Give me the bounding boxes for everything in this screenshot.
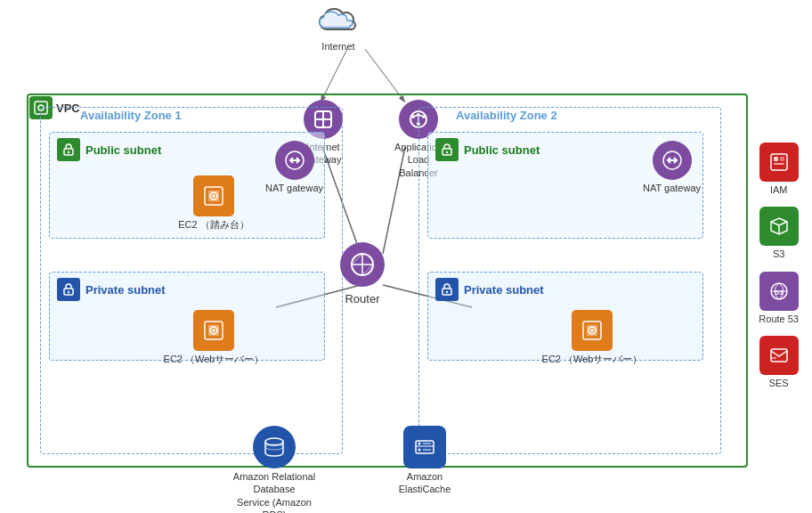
priv-subnet-az2-label: Private subnet bbox=[464, 283, 544, 297]
svg-point-48 bbox=[418, 449, 421, 452]
route53-sidebar-item: 53 Route 53 bbox=[759, 272, 799, 325]
rds-icon: Amazon Relational DatabaseService (Amazo… bbox=[230, 426, 319, 513]
nat-symbol-2 bbox=[661, 149, 684, 172]
lock-symbol-4 bbox=[440, 282, 454, 297]
rds-symbol bbox=[261, 434, 288, 460]
lock-blue-icon-az2 bbox=[435, 278, 459, 301]
ec2-web-label-az2: EC2 （Webサーバー） bbox=[542, 353, 643, 365]
s3-symbol bbox=[767, 215, 791, 238]
lock-green-icon-az1 bbox=[57, 138, 80, 161]
nat-gw-az2: NAT gateway bbox=[643, 141, 701, 194]
nat-gw-az1-icon bbox=[275, 141, 314, 180]
sidebar-icons: IAM S3 53 Route 53 bbox=[759, 142, 799, 389]
ses-icon bbox=[759, 336, 799, 375]
priv-subnet-az1-header: Private subnet bbox=[50, 273, 324, 306]
ec2-web-symbol-az2 bbox=[580, 318, 605, 343]
ec2-web-az2: EC2 （Webサーバー） bbox=[455, 310, 729, 365]
ec2-web-label-az1: EC2 （Webサーバー） bbox=[164, 353, 264, 365]
elasticache-symbol bbox=[411, 434, 438, 460]
svg-rect-51 bbox=[771, 154, 787, 170]
nat-gw-az2-label: NAT gateway bbox=[643, 182, 701, 194]
svg-rect-59 bbox=[771, 349, 787, 362]
iam-symbol bbox=[767, 151, 791, 174]
ec2-web-icon-az1 bbox=[193, 310, 234, 351]
router-symbol bbox=[348, 250, 377, 279]
ec2-web-icon-az2 bbox=[572, 310, 613, 351]
internet-label: Internet bbox=[321, 40, 354, 53]
pub-subnet-az1-label: Public subnet bbox=[85, 143, 161, 157]
az2-label: Availability Zone 2 bbox=[456, 109, 557, 122]
ec2-symbol bbox=[201, 183, 226, 208]
lock-symbol bbox=[61, 142, 76, 157]
elasticache-label: Amazon ElastiCache bbox=[385, 470, 465, 496]
elasticache-icon: Amazon ElastiCache bbox=[385, 426, 465, 496]
svg-point-19 bbox=[68, 151, 69, 153]
router-icon: Router bbox=[340, 242, 385, 307]
router-icon-shape bbox=[340, 242, 385, 287]
svg-point-26 bbox=[68, 291, 69, 293]
lock-symbol-3 bbox=[440, 142, 454, 157]
nat-symbol bbox=[283, 149, 306, 172]
rds-label: Amazon Relational DatabaseService (Amazo… bbox=[230, 470, 319, 513]
svg-rect-52 bbox=[774, 157, 778, 161]
s3-icon bbox=[759, 207, 799, 246]
ses-label: SES bbox=[769, 377, 789, 389]
iam-icon bbox=[759, 142, 799, 182]
elasticache-icon-shape bbox=[403, 426, 446, 468]
nat-gw-az1: NAT gateway bbox=[265, 141, 323, 194]
cloud-icon bbox=[316, 4, 361, 38]
internet-cloud: Internet bbox=[316, 4, 361, 53]
pub-subnet-az2-label: Public subnet bbox=[464, 143, 540, 157]
ec2-bastion-label: EC2 （踏み台） bbox=[178, 218, 248, 231]
route53-symbol: 53 bbox=[767, 280, 791, 303]
s3-label: S3 bbox=[773, 248, 784, 260]
iam-label: IAM bbox=[770, 183, 788, 196]
ec2-web-symbol-az1 bbox=[201, 318, 226, 343]
private-subnet-az2-box: Private subnet EC2 （Webサーバー） bbox=[427, 272, 703, 361]
ses-sidebar-item: SES bbox=[759, 336, 799, 389]
iam-sidebar-item: IAM bbox=[759, 142, 799, 196]
lock-symbol-2 bbox=[61, 282, 76, 297]
priv-subnet-az2-header: Private subnet bbox=[428, 273, 702, 306]
priv-subnet-az1-label: Private subnet bbox=[85, 283, 166, 297]
svg-point-35 bbox=[446, 291, 448, 293]
nat-gw-az2-icon bbox=[653, 141, 692, 180]
s3-sidebar-item: S3 bbox=[759, 207, 799, 260]
lock-blue-icon-az1 bbox=[57, 278, 80, 301]
ec2-web-az1: EC2 （Webサーバー） bbox=[77, 310, 351, 365]
svg-rect-54 bbox=[774, 163, 784, 165]
rds-icon-shape bbox=[253, 426, 296, 468]
svg-point-30 bbox=[213, 330, 215, 332]
nat-gw-az1-label: NAT gateway bbox=[265, 182, 323, 194]
lock-green-icon-az2 bbox=[435, 138, 459, 161]
svg-text:53: 53 bbox=[775, 289, 783, 297]
svg-point-39 bbox=[591, 330, 594, 332]
private-subnet-az1-box: Private subnet EC2 （Webサーバー） bbox=[49, 272, 325, 361]
router-label: Router bbox=[345, 292, 379, 307]
route53-icon: 53 bbox=[759, 272, 799, 311]
svg-point-23 bbox=[213, 195, 215, 198]
az1-label: Availability Zone 1 bbox=[80, 109, 182, 122]
ec2-bastion-icon bbox=[193, 175, 234, 216]
route53-label: Route 53 bbox=[759, 313, 799, 325]
svg-point-32 bbox=[446, 151, 448, 153]
svg-point-47 bbox=[418, 443, 421, 445]
diagram-container: Internet Internet gateway Applicat bbox=[0, 0, 812, 513]
svg-rect-53 bbox=[780, 157, 784, 161]
ses-symbol bbox=[767, 344, 791, 367]
